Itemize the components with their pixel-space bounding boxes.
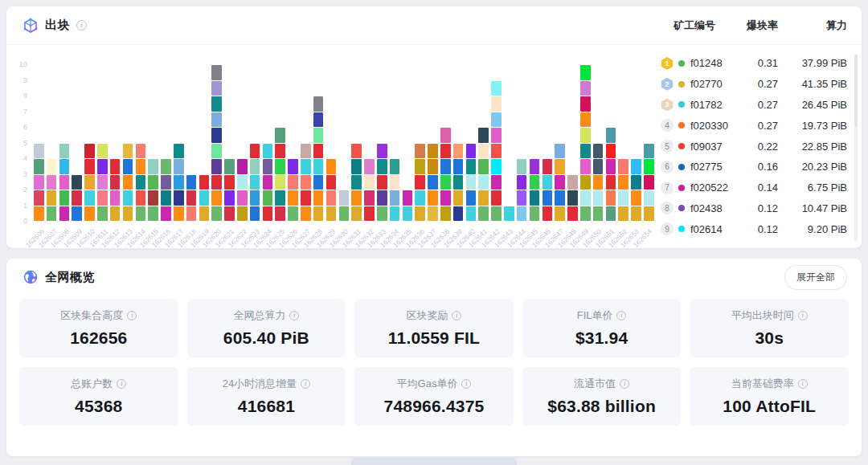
stacked-bar[interactable] (415, 143, 425, 222)
info-icon[interactable]: i (301, 379, 310, 389)
miner-id[interactable]: f02775 (690, 161, 731, 173)
bar-segment (517, 190, 527, 206)
stacked-bar[interactable] (288, 158, 298, 221)
miner-row[interactable]: 4f0203300.2719.73 PiB (661, 115, 847, 136)
bar-segment (34, 144, 44, 159)
stacked-bar[interactable] (478, 127, 489, 221)
rank-badge: 1 (661, 57, 674, 70)
miner-row[interactable]: 5f090370.2222.85 PiB (661, 136, 847, 157)
stacked-bar[interactable] (377, 143, 387, 222)
stacked-bar[interactable] (174, 143, 184, 222)
miner-id[interactable]: f02614 (690, 223, 731, 235)
info-icon[interactable]: i (798, 311, 808, 320)
stacked-bar[interactable] (123, 143, 133, 222)
info-icon[interactable]: i (616, 311, 626, 320)
bar-segment (250, 175, 260, 190)
miner-row[interactable]: 1f012480.3137.99 PiB (661, 53, 847, 74)
stacked-bar[interactable] (224, 158, 235, 221)
stacked-bar[interactable] (263, 143, 273, 222)
stacked-bar[interactable] (631, 158, 641, 221)
stacked-bar[interactable] (161, 158, 171, 221)
bar-segment (123, 144, 133, 159)
miner-power: 10.47 PiB (778, 202, 847, 214)
bar-segment (199, 190, 210, 206)
stacked-bar[interactable] (606, 127, 616, 221)
stacked-bar[interactable] (466, 143, 477, 222)
scrollbar-thumb[interactable] (854, 55, 858, 127)
stacked-bar[interactable] (644, 143, 654, 222)
bar-segment (466, 190, 477, 206)
info-icon[interactable]: i (798, 379, 808, 389)
stacked-bar[interactable] (491, 80, 502, 222)
block-info-icon[interactable]: i (76, 20, 87, 31)
stacked-bar[interactable] (313, 96, 324, 221)
info-icon[interactable]: i (289, 311, 299, 320)
stacked-bar[interactable] (567, 174, 578, 222)
info-icon[interactable]: i (461, 379, 471, 389)
miner-row[interactable]: 6f027750.1620.23 PiB (661, 157, 847, 177)
miner-block-rate: 0.12 (731, 202, 778, 214)
stacked-bar[interactable] (211, 64, 222, 221)
miner-id[interactable]: f02770 (690, 78, 731, 90)
stacked-bar[interactable] (237, 158, 248, 221)
stacked-bar[interactable] (618, 158, 628, 221)
stacked-bar[interactable] (530, 158, 540, 221)
miner-row[interactable]: 8f024380.1210.47 PiB (661, 198, 847, 219)
stacked-bar[interactable] (250, 143, 260, 222)
stacked-bar[interactable] (390, 158, 400, 221)
stacked-bar[interactable] (555, 143, 565, 222)
stacked-bar[interactable] (59, 143, 70, 222)
stacked-bar[interactable] (593, 143, 604, 222)
stacked-bar[interactable] (47, 158, 57, 221)
bar-segment (174, 144, 184, 159)
stacked-bar[interactable] (428, 143, 438, 222)
stacked-bar[interactable] (504, 206, 514, 222)
bar-segment (263, 144, 273, 159)
stacked-bar[interactable] (580, 64, 591, 221)
stacked-bar[interactable] (148, 158, 158, 221)
bar-segment (250, 206, 260, 222)
stacked-bar[interactable] (351, 143, 362, 222)
miner-list-scrollbar[interactable] (854, 55, 858, 241)
stacked-bar[interactable] (199, 174, 210, 222)
expand-all-button[interactable]: 展开全部 (784, 265, 847, 290)
stacked-bar[interactable] (34, 143, 44, 222)
y-tick-label: 1 (6, 202, 27, 210)
miner-id[interactable]: f01782 (690, 99, 731, 111)
bar-segment (275, 144, 285, 159)
miner-id[interactable]: f020330 (690, 120, 731, 132)
info-icon[interactable]: i (127, 311, 137, 320)
info-icon[interactable]: i (117, 379, 126, 389)
stacked-bar[interactable] (440, 127, 451, 221)
miner-color-dot (678, 81, 685, 88)
miner-row[interactable]: 9f026140.129.20 PiB (661, 218, 847, 239)
bar-segment (211, 190, 222, 206)
stacked-bar[interactable] (186, 174, 197, 222)
stacked-bar[interactable] (275, 127, 285, 221)
bar-segment (250, 144, 260, 159)
stacked-bar[interactable] (72, 174, 82, 222)
bar-segment (440, 144, 451, 159)
info-icon[interactable]: i (452, 311, 461, 320)
stacked-bar[interactable] (517, 158, 527, 221)
bar-segment (161, 159, 171, 174)
miner-row[interactable]: 3f017820.2726.45 PiB (661, 95, 847, 116)
miner-row[interactable]: 2f027700.2741.35 PiB (661, 74, 847, 95)
stacked-bar[interactable] (97, 143, 108, 222)
info-icon[interactable]: i (620, 379, 629, 389)
stacked-bar[interactable] (136, 143, 146, 222)
stacked-bar[interactable] (84, 143, 95, 222)
stacked-bar[interactable] (326, 158, 337, 221)
stacked-bar[interactable] (453, 143, 464, 222)
miner-id[interactable]: f09037 (690, 141, 731, 153)
miner-id[interactable]: f020522 (690, 182, 731, 194)
stacked-bar[interactable] (364, 158, 375, 221)
stacked-bar[interactable] (301, 143, 311, 222)
stacked-bar[interactable] (542, 158, 553, 221)
stacked-bar[interactable] (339, 190, 350, 221)
miner-id[interactable]: f02438 (690, 202, 731, 214)
stacked-bar[interactable] (110, 158, 121, 221)
miner-row[interactable]: 7f0205220.146.75 PiB (661, 177, 847, 198)
stacked-bar[interactable] (403, 190, 413, 221)
miner-id[interactable]: f01248 (690, 57, 731, 69)
